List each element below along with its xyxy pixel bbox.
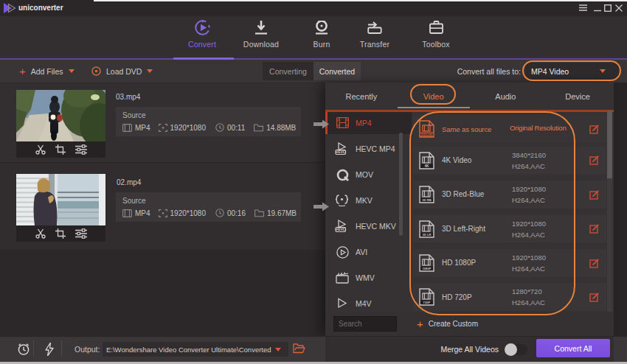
- panel-tab-recently[interactable]: Recently: [325, 83, 398, 110]
- nav-tab-burn[interactable]: Burn: [292, 18, 351, 56]
- preset-codec: H264,AAC: [512, 298, 545, 307]
- video-thumbnail-2: [16, 174, 105, 225]
- source-label-2: Source: [122, 197, 146, 205]
- plus-icon: +: [417, 318, 423, 329]
- merge-toggle[interactable]: [505, 344, 527, 355]
- effects-icon[interactable]: [75, 228, 87, 239]
- preset-scrollbar-thumb[interactable]: [607, 111, 612, 178]
- preset-row-3d-red-blue[interactable]: 3D RB 3D Red-Blue 1920*1080 H264,AAC: [413, 181, 606, 209]
- nav-tab-toolbox[interactable]: Toolbox: [406, 18, 465, 56]
- hevc-mkv-icon: HEVC: [334, 220, 350, 233]
- preset-row-hd-1080p[interactable]: 1080P HD 1080P 1920*1080 H264,AAC: [413, 249, 606, 277]
- svg-text:1080P: 1080P: [422, 267, 431, 270]
- file-duration-2: 00:16: [227, 209, 246, 217]
- video-thumbnail-card-1[interactable]: [16, 90, 105, 158]
- panel-search-row: + Create Custom: [325, 312, 614, 336]
- preset-resolution: 3840*2160: [512, 151, 546, 159]
- clip-tools-bar-1: [16, 141, 105, 158]
- load-dvd-button[interactable]: Load DVD: [91, 60, 153, 83]
- wmv-icon: [334, 272, 350, 284]
- edit-preset-icon[interactable]: [589, 124, 600, 134]
- create-custom-button[interactable]: + Create Custom: [417, 312, 478, 336]
- avi-icon: [334, 246, 350, 259]
- schedule-icon[interactable]: [17, 343, 30, 356]
- nav-bar: Convert Download Burn Transfer: [0, 16, 627, 58]
- burn-icon: [315, 21, 328, 35]
- svg-text:HEVC: HEVC: [336, 228, 345, 231]
- format-item-avi[interactable]: AVI: [325, 239, 412, 265]
- preset-row-4k-video[interactable]: 4K 4K Video 3840*2160 H264,AAC: [413, 147, 606, 175]
- output-path-dropdown[interactable]: E:\Wondershare Video Converter Ultimate\…: [103, 342, 288, 357]
- format-item-wmv[interactable]: WMV: [325, 265, 412, 291]
- trim-icon[interactable]: [35, 228, 46, 239]
- output-format-dropdown[interactable]: MP4 Video: [525, 63, 619, 80]
- tab-converting[interactable]: Converting: [263, 62, 314, 80]
- preset-row-hd-720p[interactable]: 720P HD 720P 1280*720 H264,AAC: [413, 283, 606, 311]
- preset-name: Same as source: [442, 115, 491, 143]
- edit-preset-icon[interactable]: [589, 223, 600, 234]
- search-input[interactable]: [333, 316, 397, 332]
- source-info-box-1: Source MP4 1920*1080: [116, 107, 301, 136]
- panel-tab-video[interactable]: Video: [398, 83, 470, 110]
- app-title: uniconverter: [18, 4, 63, 12]
- preset-codec: H264,AAC: [512, 196, 545, 204]
- preset-row-same-as-source[interactable]: SOURCE Same as source Original Resolutio…: [413, 115, 606, 143]
- file-row-1: 03.mp4 Source MP4 1920*1080: [0, 83, 325, 162]
- duration-icon: [215, 209, 224, 217]
- load-dvd-caret-icon[interactable]: [147, 69, 153, 73]
- preset-resolution: Original Resolution: [510, 124, 566, 132]
- toolbox-icon: [429, 21, 443, 34]
- video-thumbnail-1: [16, 90, 105, 141]
- panel-tab-device[interactable]: Device: [541, 83, 614, 110]
- high-speed-icon[interactable]: [45, 343, 54, 356]
- hevc-mp4-icon: HEVC: [334, 142, 350, 155]
- tab-converted[interactable]: Converted: [314, 62, 361, 80]
- preset-name: 3D Red-Blue: [442, 181, 484, 209]
- nav-tab-transfer[interactable]: Transfer: [345, 18, 404, 56]
- open-folder-icon[interactable]: [293, 343, 305, 354]
- format-list: MP4 HEVC HEVC MP4: [325, 112, 412, 312]
- svg-text:720P: 720P: [423, 301, 431, 304]
- preset-name: 4K Video: [442, 147, 471, 175]
- title-bar: uniconverter: [0, 0, 627, 16]
- format-item-mp4[interactable]: MP4: [325, 112, 412, 134]
- file-name-1: 03.mp4: [116, 93, 140, 101]
- panel-tab-audio[interactable]: Audio: [470, 83, 542, 110]
- edit-preset-icon[interactable]: [589, 155, 600, 165]
- edit-preset-icon[interactable]: [589, 292, 600, 302]
- source-label-1: Source: [122, 111, 146, 119]
- maximize-button[interactable]: [603, 1, 613, 15]
- menu-icon[interactable]: [578, 1, 588, 15]
- video-thumbnail-card-2[interactable]: [16, 174, 105, 242]
- source-info-box-2: Source MP4 1920*1080: [116, 192, 301, 222]
- format-list-scrollbar[interactable]: [399, 133, 403, 236]
- preset-list: SOURCE Same as source Original Resolutio…: [413, 112, 607, 312]
- format-panel-tabs: Recently Video Audio Device: [325, 83, 614, 110]
- trim-icon[interactable]: [35, 144, 46, 155]
- preset-file-icon: 1080P: [418, 254, 435, 275]
- preset-file-icon: 3D LR: [418, 220, 435, 241]
- add-files-button[interactable]: + Add Files: [19, 60, 75, 83]
- edit-preset-icon[interactable]: [589, 189, 600, 200]
- convert-all-button[interactable]: Convert All: [536, 339, 610, 357]
- crop-icon[interactable]: [55, 144, 66, 155]
- add-files-caret-icon[interactable]: [69, 69, 75, 73]
- preset-file-icon: 3D RB: [418, 186, 435, 206]
- preset-row-3d-left-right[interactable]: 3D LR 3D Left-Right 1920*1080 H264,AAC: [413, 215, 606, 243]
- output-label: Output:: [75, 337, 100, 362]
- nav-tab-download[interactable]: Download: [232, 18, 291, 56]
- minimize-button[interactable]: [592, 1, 603, 15]
- nav-tab-convert[interactable]: Convert: [173, 18, 232, 56]
- effects-icon[interactable]: [75, 144, 87, 155]
- preset-codec: H264,AAC: [512, 162, 545, 170]
- svg-text:SOURCE: SOURCE: [420, 133, 434, 136]
- preset-file-icon: 720P: [418, 288, 435, 309]
- file-size-1: 14.88MB: [266, 124, 296, 132]
- preset-resolution: 1920*1080: [512, 253, 546, 262]
- edit-preset-icon[interactable]: [589, 258, 600, 268]
- close-button[interactable]: [614, 1, 624, 15]
- source-info-row: MP4 1920*1080 00:16: [122, 209, 297, 217]
- main-area: 03.mp4 Source MP4 1920*1080: [0, 83, 627, 336]
- app-window: uniconverter Convert: [0, 0, 627, 364]
- crop-icon[interactable]: [55, 228, 66, 239]
